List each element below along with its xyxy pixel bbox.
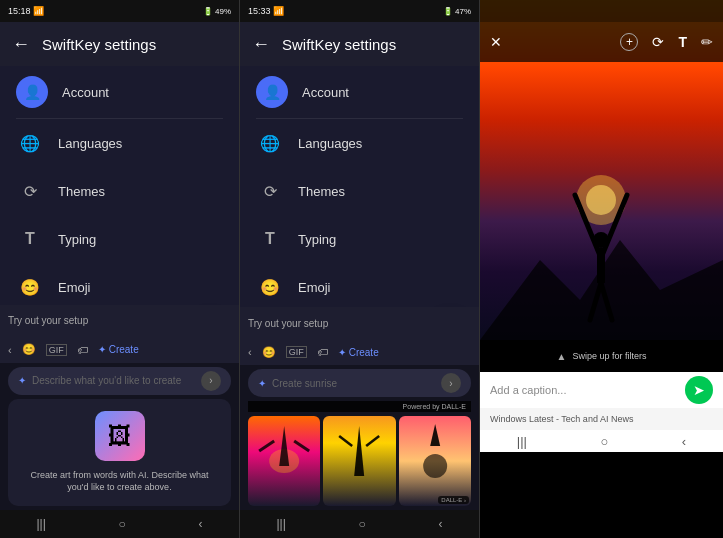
phone-nav-1: ||| ○ ‹ [0, 510, 239, 538]
emoji-label-2: Emoji [298, 280, 331, 295]
kb-icon-back-2: ‹ [248, 346, 252, 358]
nav-menu-2: ||| [276, 517, 285, 531]
settings-list-2: 👤 Account 🌐 Languages ⟳ Themes T Typing … [240, 66, 479, 307]
add-icon[interactable]: + [620, 33, 638, 51]
ai-create-area-1: 🖼 Create art from words with AI. Describ… [8, 399, 231, 506]
edit-icon[interactable]: ✏ [701, 34, 713, 50]
themes-label-1: Themes [58, 184, 105, 199]
text-icon[interactable]: T [678, 34, 687, 50]
settings-item-languages-2[interactable]: 🌐 Languages [240, 119, 479, 167]
phone-panel-2: 15:33 📶 🔋 47% ← SwiftKey settings 👤 Acco… [240, 0, 480, 538]
settings-item-account-1[interactable]: 👤 Account [0, 66, 239, 118]
close-icon[interactable]: ✕ [490, 34, 502, 50]
kb-icon-back-1: ‹ [8, 344, 12, 356]
search-send-1[interactable]: › [201, 371, 221, 391]
kb-icons-bar-1: ‹ 😊 GIF 🏷 ✦ Create [0, 337, 239, 363]
themes-icon-1: ⟳ [16, 177, 44, 205]
ai-desc-1: Create art from words with AI. Describe … [20, 469, 219, 494]
keyboard-area-2: Try out your setup ‹ 😊 GIF 🏷 ✦ Create ✦ … [240, 307, 479, 510]
gen-img-3[interactable]: DALL-E › [399, 416, 471, 506]
caption-placeholder[interactable]: Add a caption... [490, 384, 677, 396]
editor-toolbar-icons: + ⟳ T ✏ [620, 33, 713, 51]
status-left-1: 15:18 📶 [8, 6, 44, 16]
editor-toolbar: ✕ + ⟳ T ✏ [480, 22, 723, 62]
search-send-2[interactable]: › [441, 373, 461, 393]
nav-back-2[interactable]: ‹ [439, 517, 443, 531]
search-value-2: Create sunrise [272, 378, 435, 389]
search-mic-2: ✦ [258, 378, 266, 389]
nav-home-2[interactable]: ○ [359, 517, 366, 531]
themes-icon-2: ⟳ [256, 177, 284, 205]
settings-item-emoji-2[interactable]: 😊 Emoji [240, 263, 479, 307]
status-right-1: 🔋 49% [203, 7, 231, 16]
toolbar-label-2: Try out your setup [248, 318, 328, 329]
svg-line-5 [339, 436, 352, 446]
languages-label-1: Languages [58, 136, 122, 151]
svg-marker-8 [430, 424, 440, 446]
back-button-1[interactable]: ← [12, 34, 30, 55]
settings-item-typing-2[interactable]: T Typing [240, 215, 479, 263]
send-button[interactable]: ➤ [685, 376, 713, 404]
powered-badge: Powered by DALL-E [248, 401, 471, 412]
nav-back-1[interactable]: ‹ [199, 517, 203, 531]
status-right-2: 🔋 47% [443, 7, 471, 16]
nav-menu-1: ||| [36, 517, 45, 531]
search-bar-1[interactable]: ✦ Describe what you'd like to create › [8, 367, 231, 395]
search-placeholder-1: Describe what you'd like to create [32, 375, 195, 386]
back-button-2[interactable]: ← [252, 34, 270, 55]
svg-line-2 [259, 441, 274, 451]
kb-icon-sticker-2: 🏷 [317, 346, 328, 358]
battery-2: 🔋 47% [443, 7, 471, 16]
gen-img-2[interactable] [323, 416, 395, 506]
account-icon-1: 👤 [16, 76, 48, 108]
keyboard-toolbar-2: Try out your setup [240, 307, 479, 339]
create-icon-1: ✦ [98, 344, 106, 355]
phone-panel-1: 15:18 📶 🔋 49% ← SwiftKey settings 👤 Acco… [0, 0, 240, 538]
emoji-icon-2: 😊 [256, 273, 284, 301]
languages-icon-1: 🌐 [16, 129, 44, 157]
settings-item-account-2[interactable]: 👤 Account [240, 66, 479, 118]
settings-item-themes-2[interactable]: ⟳ Themes [240, 167, 479, 215]
kb-icons-bar-2: ‹ 😊 GIF 🏷 ✦ Create [240, 339, 479, 365]
account-label-2: Account [302, 85, 349, 100]
languages-icon-2: 🌐 [256, 129, 284, 157]
kb-icon-gif-1: GIF [46, 344, 67, 356]
settings-list-1: 👤 Account 🌐 Languages ⟳ Themes T Typing … [0, 66, 239, 305]
swiftkey-title-2: SwiftKey settings [282, 36, 396, 53]
create-icon-2: ✦ [338, 347, 346, 358]
settings-item-typing-1[interactable]: T Typing [0, 215, 239, 263]
kb-icon-gif-2: GIF [286, 346, 307, 358]
status-icons-1: 📶 [33, 6, 44, 16]
status-icons-2: 📶 [273, 6, 284, 16]
typing-icon-2: T [256, 225, 284, 253]
swipe-up-area[interactable]: ▲ Swipe up for filters [480, 340, 723, 372]
keyboard-area-1: Try out your setup ‹ 😊 GIF 🏷 ✦ Create ✦ … [0, 305, 239, 510]
nav-back-right[interactable]: ‹ [682, 434, 686, 449]
svg-point-10 [586, 185, 616, 215]
svg-marker-4 [354, 426, 364, 476]
typing-label-2: Typing [298, 232, 336, 247]
svg-line-6 [366, 436, 379, 446]
create-button-2[interactable]: ✦ Create [338, 347, 379, 358]
svg-point-7 [423, 454, 447, 478]
swipe-up-text: Swipe up for filters [572, 351, 646, 361]
status-left-2: 15:33 📶 [248, 6, 284, 16]
right-panel: ✕ + ⟳ T ✏ [480, 0, 723, 538]
nav-home-1[interactable]: ○ [119, 517, 126, 531]
create-button-1[interactable]: ✦ Create [98, 344, 139, 355]
keyboard-toolbar-1: Try out your setup [0, 305, 239, 337]
settings-item-themes-1[interactable]: ⟳ Themes [0, 167, 239, 215]
settings-item-emoji-1[interactable]: 😊 Emoji [0, 263, 239, 305]
gen-img-1[interactable] [248, 416, 320, 506]
svg-line-3 [294, 441, 309, 451]
settings-item-languages-1[interactable]: 🌐 Languages [0, 119, 239, 167]
rotate-icon[interactable]: ⟳ [652, 34, 664, 50]
search-bar-2[interactable]: ✦ Create sunrise › [248, 369, 471, 397]
swiftkey-header-1: ← SwiftKey settings [0, 22, 239, 66]
typing-label-1: Typing [58, 232, 96, 247]
themes-label-2: Themes [298, 184, 345, 199]
nav-home-right[interactable]: ○ [600, 434, 608, 449]
right-nav-bar: ||| ○ ‹ [480, 430, 723, 452]
caption-area: Add a caption... ➤ [480, 372, 723, 408]
source-tag: Windows Latest - Tech and AI News [480, 408, 723, 430]
